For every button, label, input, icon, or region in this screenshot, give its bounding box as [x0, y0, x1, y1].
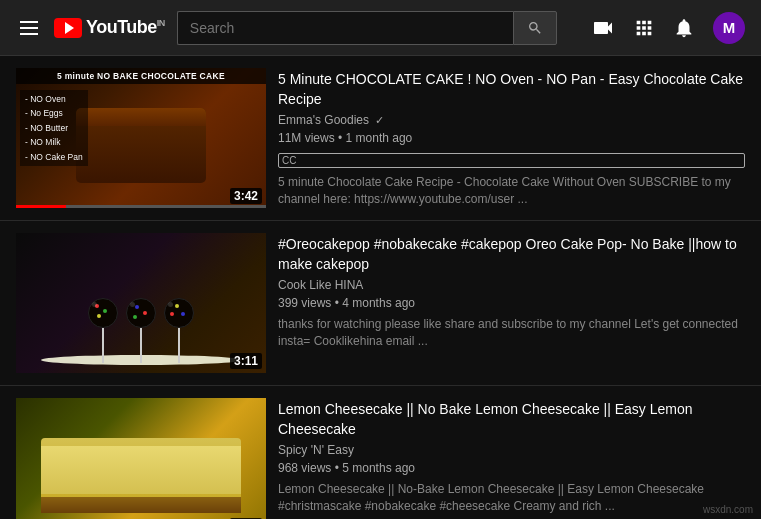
video-thumbnail: 4:34: [16, 398, 266, 519]
video-info: #Oreocakepop #nobakecake #cakepop Oreo C…: [278, 233, 745, 373]
video-meta: 399 views • 4 months ago: [278, 296, 745, 310]
video-description: Lemon Cheesecake || No-Bake Lemon Cheese…: [278, 481, 745, 515]
channel-name: Cook Like HINA: [278, 278, 363, 292]
thumb-list-overlay: - NO Oven- No Eggs- NO Butter- NO Milk- …: [20, 90, 88, 166]
yt-play-triangle: [65, 22, 74, 34]
video-meta: 968 views • 5 months ago: [278, 461, 745, 475]
header-left: YouTubeIN: [16, 17, 165, 39]
channel-name: Emma's Goodies: [278, 113, 369, 127]
video-description: thanks for watching please like share an…: [278, 316, 745, 350]
video-title: #Oreocakepop #nobakecake #cakepop Oreo C…: [278, 235, 745, 274]
header: YouTubeIN #Nobakecake: [0, 0, 761, 56]
yt-logo-text: YouTubeIN: [86, 17, 165, 38]
bell-icon: [673, 17, 695, 39]
user-avatar[interactable]: M: [713, 12, 745, 44]
video-info: 5 Minute CHOCOLATE CAKE ! NO Oven - NO P…: [278, 68, 745, 208]
video-item[interactable]: 3:11 #Oreocakepop #nobakecake #cakepop O…: [0, 221, 761, 386]
video-meta: 11M views • 1 month ago: [278, 131, 745, 145]
cakepop-container: [88, 298, 194, 363]
verified-icon: ✓: [375, 114, 384, 127]
cheesecake-illustration: [41, 438, 241, 519]
grid-icon: [633, 17, 655, 39]
yt-country: IN: [157, 18, 165, 28]
video-duration: 3:42: [230, 188, 262, 204]
video-thumbnail: 5 minute NO BAKE CHOCOLATE CAKE - NO Ove…: [16, 68, 266, 208]
hamburger-menu-icon[interactable]: [16, 17, 42, 39]
video-item[interactable]: 4:34 Lemon Cheesecake || No Bake Lemon C…: [0, 386, 761, 519]
video-info: Lemon Cheesecake || No Bake Lemon Cheese…: [278, 398, 745, 519]
notifications-button[interactable]: [673, 17, 695, 39]
apps-button[interactable]: [633, 17, 655, 39]
header-right: M: [591, 12, 745, 44]
channel-row: Spicy 'N' Easy: [278, 443, 745, 457]
channel-row: Emma's Goodies ✓: [278, 113, 745, 127]
yt-icon: [54, 18, 82, 38]
watermark: wsxdn.com: [703, 504, 753, 515]
cakepop-2: [126, 298, 156, 363]
create-video-button[interactable]: [591, 16, 615, 40]
search-input[interactable]: #Nobakecake: [177, 11, 513, 45]
channel-row: Cook Like HINA: [278, 278, 745, 292]
cc-badge: CC: [278, 153, 745, 168]
thumb-title-overlay: 5 minute NO BAKE CHOCOLATE CAKE: [16, 68, 266, 84]
stick: [140, 328, 142, 363]
search-bar: #Nobakecake: [177, 11, 557, 45]
cakepop-3: [164, 298, 194, 363]
video-duration: 3:11: [230, 353, 262, 369]
video-title: 5 Minute CHOCOLATE CAKE ! NO Oven - NO P…: [278, 70, 745, 109]
channel-name: Spicy 'N' Easy: [278, 443, 354, 457]
video-thumbnail: 3:11: [16, 233, 266, 373]
search-results: 5 minute NO BAKE CHOCOLATE CAKE - NO Ove…: [0, 56, 761, 519]
youtube-logo[interactable]: YouTubeIN: [54, 17, 165, 38]
camera-icon: [591, 16, 615, 40]
cakepop-1: [88, 298, 118, 363]
video-progress-fill: [16, 205, 66, 208]
search-icon: [527, 20, 543, 36]
search-button[interactable]: [513, 11, 557, 45]
video-description: 5 minute Chocolate Cake Recipe - Chocola…: [278, 174, 745, 208]
stick: [102, 328, 104, 363]
stick: [178, 328, 180, 363]
video-item[interactable]: 5 minute NO BAKE CHOCOLATE CAKE - NO Ove…: [0, 56, 761, 221]
video-progress-bar: [16, 205, 266, 208]
video-title: Lemon Cheesecake || No Bake Lemon Cheese…: [278, 400, 745, 439]
